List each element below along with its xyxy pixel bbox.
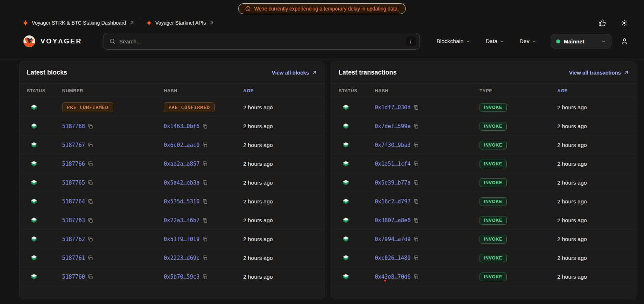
tx-hash-link[interactable]: 0x1a51…1cf4 (375, 161, 411, 167)
block-hash-link[interactable]: 0x1463…0bf6 (164, 123, 199, 130)
block-number-link[interactable]: 5187761 (62, 255, 85, 261)
block-hash-link[interactable]: 0x6c02…aac0 (164, 142, 199, 148)
transaction-row[interactable]: 0x43e8…70d6 INVOKE 2 hours ago (331, 267, 636, 286)
copy-icon[interactable] (202, 199, 208, 204)
copy-icon[interactable] (202, 123, 208, 129)
transaction-row[interactable]: 0x3807…a8e6 INVOKE 2 hours ago (331, 211, 636, 230)
feedback-button[interactable] (598, 19, 606, 27)
tx-hash-link[interactable]: 0xc026…1489 (375, 255, 411, 261)
block-number-link[interactable]: 5187765 (62, 180, 85, 186)
transaction-row[interactable]: 0x1df7…030d INVOKE 2 hours ago (331, 98, 636, 117)
block-hash-link[interactable]: 0xaa2a…a857 (164, 161, 199, 167)
external-link-icon (129, 21, 134, 25)
spellcheck-red-dot (384, 280, 386, 282)
block-number-link[interactable]: 5187767 (62, 142, 85, 148)
block-row[interactable]: 5187767 0x6c02…aac0 2 hours ago (20, 136, 324, 155)
block-number-link[interactable]: 5187764 (62, 198, 85, 205)
starknet-apis-link[interactable]: Voyager Starknet APIs (146, 20, 214, 26)
copy-icon[interactable] (413, 199, 419, 204)
block-number-link[interactable]: 5187760 (62, 274, 85, 280)
block-row[interactable]: PRE CONFIRMED PRE CONFIRMED 2 hours ago (20, 98, 324, 117)
transaction-row[interactable]: 0x7994…a7d9 INVOKE 2 hours ago (331, 230, 636, 249)
blocks-tbody: PRE CONFIRMED PRE CONFIRMED 2 hours ago … (20, 98, 324, 286)
copy-icon[interactable] (413, 274, 419, 280)
block-row[interactable]: 5187760 0x5b70…59c3 2 hours ago (20, 267, 324, 286)
copy-icon[interactable] (413, 161, 419, 167)
tx-hash-link[interactable]: 0x16c2…d797 (375, 198, 411, 205)
txs-panel-footer (331, 286, 636, 299)
copy-icon[interactable] (87, 274, 93, 280)
transaction-row[interactable]: 0x16c2…d797 INVOKE 2 hours ago (331, 192, 636, 211)
voyager-logo[interactable]: VOYΛGER (22, 34, 82, 48)
copy-icon[interactable] (202, 180, 208, 186)
tx-status-icon (342, 123, 349, 130)
tx-hash-link[interactable]: 0x7994…a7d9 (375, 236, 411, 242)
network-selector[interactable]: Mainnet (551, 34, 611, 48)
tx-type-badge: INVOKE (480, 197, 507, 206)
block-row[interactable]: 5187761 0x2223…d69c 2 hours ago (20, 249, 324, 267)
copy-icon[interactable] (87, 123, 93, 129)
copy-icon[interactable] (87, 142, 93, 148)
tx-hash-link[interactable]: 0x7f30…9ba3 (375, 142, 411, 148)
staking-dashboard-link[interactable]: Voyager STRK & BTC Staking Dashboard (22, 20, 134, 26)
copy-icon[interactable] (87, 236, 93, 242)
block-age: 2 hours ago (243, 180, 317, 186)
block-row[interactable]: 5187766 0xaa2a…a857 2 hours ago (20, 155, 324, 173)
transaction-row[interactable]: 0x5e39…b77a INVOKE 2 hours ago (331, 173, 636, 192)
tx-hash-link[interactable]: 0x43e8…70d6 (375, 274, 411, 280)
transaction-row[interactable]: 0x7def…599e INVOKE 2 hours ago (331, 117, 636, 136)
block-number-link[interactable]: 5187762 (62, 236, 85, 242)
copy-icon[interactable] (87, 199, 93, 204)
nav-data[interactable]: Data (486, 38, 505, 45)
theme-toggle-button[interactable] (621, 19, 628, 27)
block-hash-link[interactable]: 0x51f9…f019 (164, 236, 199, 242)
copy-icon[interactable] (202, 142, 208, 148)
block-row[interactable]: 5187764 0x535d…5310 2 hours ago (20, 192, 324, 211)
copy-icon[interactable] (413, 123, 419, 129)
copy-icon[interactable] (202, 255, 208, 261)
copy-icon[interactable] (87, 255, 93, 261)
block-row[interactable]: 5187762 0x51f9…f019 2 hours ago (20, 230, 324, 249)
copy-icon[interactable] (202, 274, 208, 280)
search-input[interactable] (119, 38, 406, 45)
transaction-row[interactable]: 0x1a51…1cf4 INVOKE 2 hours ago (331, 155, 636, 173)
tx-hash-link[interactable]: 0x1df7…030d (375, 104, 411, 111)
tx-hash-link[interactable]: 0x7def…599e (375, 123, 411, 130)
copy-icon[interactable] (87, 161, 93, 167)
transaction-row[interactable]: 0xc026…1489 INVOKE 2 hours ago (331, 249, 636, 267)
staking-dashboard-label: Voyager STRK & BTC Staking Dashboard (32, 20, 126, 26)
block-hash-link[interactable]: 0x5a42…eb3a (164, 180, 199, 186)
tx-hash-link[interactable]: 0x3807…a8e6 (375, 217, 411, 224)
block-number-link[interactable]: 5187766 (62, 161, 85, 167)
block-hash-link[interactable]: 0x22a3…f6b7 (164, 217, 199, 224)
block-number-link[interactable]: 5187768 (62, 123, 85, 130)
block-row[interactable]: 5187765 0x5a42…eb3a 2 hours ago (20, 173, 324, 192)
tx-hash-link[interactable]: 0x5e39…b77a (375, 180, 411, 186)
search-bar[interactable]: / (103, 33, 420, 50)
view-all-blocks-link[interactable]: View all blocks (272, 70, 317, 76)
copy-icon[interactable] (413, 142, 419, 148)
nav-dev[interactable]: Dev (519, 38, 536, 45)
block-row[interactable]: 5187768 0x1463…0bf6 2 hours ago (20, 117, 324, 136)
block-number-link[interactable]: 5187763 (62, 217, 85, 224)
block-age: 2 hours ago (243, 104, 317, 111)
view-all-transactions-link[interactable]: View all transactions (569, 70, 629, 76)
block-hash-link[interactable]: 0x2223…d69c (164, 255, 199, 261)
copy-icon[interactable] (202, 161, 208, 167)
block-row[interactable]: 5187763 0x22a3…f6b7 2 hours ago (20, 211, 324, 230)
block-hash-link[interactable]: 0x5b70…59c3 (164, 274, 199, 280)
copy-icon[interactable] (413, 255, 419, 261)
copy-icon[interactable] (413, 236, 419, 242)
copy-icon[interactable] (202, 218, 208, 223)
copy-icon[interactable] (87, 218, 93, 223)
copy-icon[interactable] (413, 105, 419, 110)
account-button[interactable] (621, 38, 628, 45)
copy-icon[interactable] (202, 236, 208, 242)
tx-status-icon (342, 254, 349, 262)
copy-icon[interactable] (87, 180, 93, 186)
transaction-row[interactable]: 0x7f30…9ba3 INVOKE 2 hours ago (331, 136, 636, 155)
block-hash-link[interactable]: 0x535d…5310 (164, 198, 199, 205)
copy-icon[interactable] (413, 218, 419, 223)
nav-blockchain[interactable]: Blockchain (437, 38, 471, 45)
copy-icon[interactable] (413, 180, 419, 186)
